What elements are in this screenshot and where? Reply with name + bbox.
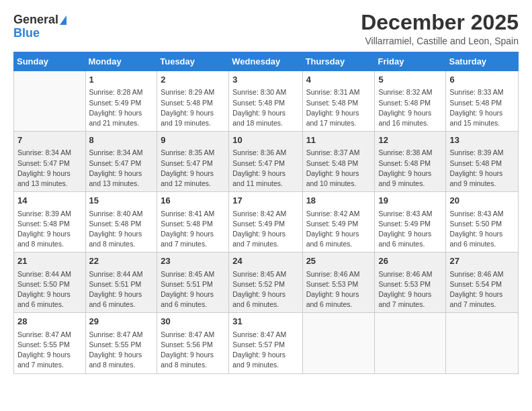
calendar-cell xyxy=(302,313,375,373)
day-number: 18 xyxy=(306,195,371,207)
calendar-cell: 1Sunrise: 8:28 AM Sunset: 5:49 PM Daylig… xyxy=(85,71,157,132)
day-number: 13 xyxy=(449,134,515,146)
day-info: Sunrise: 8:32 AM Sunset: 5:48 PM Dayligh… xyxy=(378,87,442,128)
day-info: Sunrise: 8:35 AM Sunset: 5:47 PM Dayligh… xyxy=(161,148,225,189)
calendar-row-3: 21Sunrise: 8:44 AM Sunset: 5:50 PM Dayli… xyxy=(14,253,519,313)
calendar-cell: 29Sunrise: 8:47 AM Sunset: 5:55 PM Dayli… xyxy=(85,313,157,373)
day-number: 4 xyxy=(306,74,371,86)
day-info: Sunrise: 8:47 AM Sunset: 5:57 PM Dayligh… xyxy=(232,330,298,371)
calendar-row-1: 7Sunrise: 8:34 AM Sunset: 5:47 PM Daylig… xyxy=(14,132,519,192)
header-cell-tuesday: Tuesday xyxy=(157,52,229,71)
day-number: 21 xyxy=(17,255,82,267)
day-number: 30 xyxy=(161,316,225,328)
calendar-cell: 25Sunrise: 8:46 AM Sunset: 5:53 PM Dayli… xyxy=(302,253,375,313)
calendar-cell: 9Sunrise: 8:35 AM Sunset: 5:47 PM Daylig… xyxy=(157,132,229,192)
day-info: Sunrise: 8:36 AM Sunset: 5:47 PM Dayligh… xyxy=(232,148,298,189)
calendar-cell: 23Sunrise: 8:45 AM Sunset: 5:51 PM Dayli… xyxy=(157,253,229,313)
day-number: 11 xyxy=(306,134,371,146)
title-block: December 2025 Villarramiel, Castille and… xyxy=(361,11,519,46)
calendar-cell: 28Sunrise: 8:47 AM Sunset: 5:55 PM Dayli… xyxy=(14,313,86,373)
day-info: Sunrise: 8:37 AM Sunset: 5:48 PM Dayligh… xyxy=(306,148,371,189)
logo-general-text: General xyxy=(13,13,58,27)
day-number: 22 xyxy=(89,255,154,267)
logo-triangle-icon xyxy=(60,15,66,25)
calendar-cell: 10Sunrise: 8:36 AM Sunset: 5:47 PM Dayli… xyxy=(229,132,302,192)
day-number: 5 xyxy=(378,74,442,86)
header-cell-friday: Friday xyxy=(375,52,446,71)
day-info: Sunrise: 8:28 AM Sunset: 5:49 PM Dayligh… xyxy=(89,87,154,128)
day-info: Sunrise: 8:34 AM Sunset: 5:47 PM Dayligh… xyxy=(89,148,154,189)
header-cell-monday: Monday xyxy=(85,52,157,71)
day-info: Sunrise: 8:45 AM Sunset: 5:52 PM Dayligh… xyxy=(232,269,298,310)
day-info: Sunrise: 8:42 AM Sunset: 5:49 PM Dayligh… xyxy=(232,209,298,250)
calendar-cell: 24Sunrise: 8:45 AM Sunset: 5:52 PM Dayli… xyxy=(229,253,302,313)
day-number: 31 xyxy=(232,316,298,328)
day-info: Sunrise: 8:33 AM Sunset: 5:48 PM Dayligh… xyxy=(449,87,515,128)
day-number: 7 xyxy=(17,134,82,146)
calendar-table: SundayMondayTuesdayWednesdayThursdayFrid… xyxy=(13,52,519,373)
calendar-cell: 8Sunrise: 8:34 AM Sunset: 5:47 PM Daylig… xyxy=(85,132,157,192)
day-info: Sunrise: 8:34 AM Sunset: 5:47 PM Dayligh… xyxy=(17,148,82,189)
calendar-cell: 18Sunrise: 8:42 AM Sunset: 5:49 PM Dayli… xyxy=(302,192,375,253)
day-number: 12 xyxy=(378,134,442,146)
day-info: Sunrise: 8:44 AM Sunset: 5:50 PM Dayligh… xyxy=(17,269,82,310)
header-cell-sunday: Sunday xyxy=(14,52,86,71)
day-info: Sunrise: 8:47 AM Sunset: 5:55 PM Dayligh… xyxy=(89,330,154,371)
day-info: Sunrise: 8:29 AM Sunset: 5:48 PM Dayligh… xyxy=(161,87,225,128)
header-cell-saturday: Saturday xyxy=(446,52,519,71)
calendar-cell: 22Sunrise: 8:44 AM Sunset: 5:51 PM Dayli… xyxy=(85,253,157,313)
calendar-cell: 27Sunrise: 8:46 AM Sunset: 5:54 PM Dayli… xyxy=(446,253,519,313)
day-number: 26 xyxy=(378,255,442,267)
day-number: 9 xyxy=(161,134,225,146)
calendar-cell: 6Sunrise: 8:33 AM Sunset: 5:48 PM Daylig… xyxy=(446,71,519,132)
calendar-cell: 12Sunrise: 8:38 AM Sunset: 5:48 PM Dayli… xyxy=(375,132,446,192)
day-info: Sunrise: 8:47 AM Sunset: 5:55 PM Dayligh… xyxy=(17,330,82,371)
calendar-cell xyxy=(14,71,86,132)
day-number: 2 xyxy=(161,74,225,86)
day-number: 10 xyxy=(232,134,298,146)
calendar-cell xyxy=(446,313,519,373)
day-number: 8 xyxy=(89,134,154,146)
day-info: Sunrise: 8:40 AM Sunset: 5:48 PM Dayligh… xyxy=(89,209,154,250)
logo-blue-text: Blue xyxy=(13,27,40,40)
calendar-cell: 19Sunrise: 8:43 AM Sunset: 5:49 PM Dayli… xyxy=(375,192,446,253)
day-info: Sunrise: 8:47 AM Sunset: 5:56 PM Dayligh… xyxy=(161,330,225,371)
calendar-row-2: 14Sunrise: 8:39 AM Sunset: 5:48 PM Dayli… xyxy=(14,192,519,253)
day-info: Sunrise: 8:46 AM Sunset: 5:53 PM Dayligh… xyxy=(378,269,442,310)
day-info: Sunrise: 8:45 AM Sunset: 5:51 PM Dayligh… xyxy=(161,269,225,310)
calendar-cell: 21Sunrise: 8:44 AM Sunset: 5:50 PM Dayli… xyxy=(14,253,86,313)
day-number: 27 xyxy=(449,255,515,267)
day-number: 14 xyxy=(17,195,82,207)
day-number: 16 xyxy=(161,195,225,207)
day-info: Sunrise: 8:46 AM Sunset: 5:53 PM Dayligh… xyxy=(306,269,371,310)
day-info: Sunrise: 8:43 AM Sunset: 5:49 PM Dayligh… xyxy=(378,209,442,250)
day-number: 23 xyxy=(161,255,225,267)
calendar-cell: 16Sunrise: 8:41 AM Sunset: 5:48 PM Dayli… xyxy=(157,192,229,253)
calendar-cell: 7Sunrise: 8:34 AM Sunset: 5:47 PM Daylig… xyxy=(14,132,86,192)
day-info: Sunrise: 8:46 AM Sunset: 5:54 PM Dayligh… xyxy=(449,269,515,310)
calendar-cell: 5Sunrise: 8:32 AM Sunset: 5:48 PM Daylig… xyxy=(375,71,446,132)
day-number: 20 xyxy=(449,195,515,207)
day-info: Sunrise: 8:39 AM Sunset: 5:48 PM Dayligh… xyxy=(449,148,515,189)
day-number: 28 xyxy=(17,316,82,328)
day-number: 25 xyxy=(306,255,371,267)
header-cell-thursday: Thursday xyxy=(302,52,375,71)
calendar-cell: 31Sunrise: 8:47 AM Sunset: 5:57 PM Dayli… xyxy=(229,313,302,373)
calendar-cell: 13Sunrise: 8:39 AM Sunset: 5:48 PM Dayli… xyxy=(446,132,519,192)
calendar-cell: 14Sunrise: 8:39 AM Sunset: 5:48 PM Dayli… xyxy=(14,192,86,253)
day-number: 1 xyxy=(89,74,154,86)
calendar-cell: 11Sunrise: 8:37 AM Sunset: 5:48 PM Dayli… xyxy=(302,132,375,192)
calendar-cell xyxy=(375,313,446,373)
day-number: 3 xyxy=(232,74,298,86)
day-info: Sunrise: 8:30 AM Sunset: 5:48 PM Dayligh… xyxy=(232,87,298,128)
day-info: Sunrise: 8:41 AM Sunset: 5:48 PM Dayligh… xyxy=(161,209,225,250)
day-info: Sunrise: 8:38 AM Sunset: 5:48 PM Dayligh… xyxy=(378,148,442,189)
location-subtitle: Villarramiel, Castille and Leon, Spain xyxy=(361,36,519,46)
day-info: Sunrise: 8:39 AM Sunset: 5:48 PM Dayligh… xyxy=(17,209,82,250)
calendar-cell: 15Sunrise: 8:40 AM Sunset: 5:48 PM Dayli… xyxy=(85,192,157,253)
header-row: SundayMondayTuesdayWednesdayThursdayFrid… xyxy=(14,52,519,71)
calendar-cell: 3Sunrise: 8:30 AM Sunset: 5:48 PM Daylig… xyxy=(229,71,302,132)
calendar-cell: 26Sunrise: 8:46 AM Sunset: 5:53 PM Dayli… xyxy=(375,253,446,313)
calendar-cell: 2Sunrise: 8:29 AM Sunset: 5:48 PM Daylig… xyxy=(157,71,229,132)
calendar-cell: 4Sunrise: 8:31 AM Sunset: 5:48 PM Daylig… xyxy=(302,71,375,132)
